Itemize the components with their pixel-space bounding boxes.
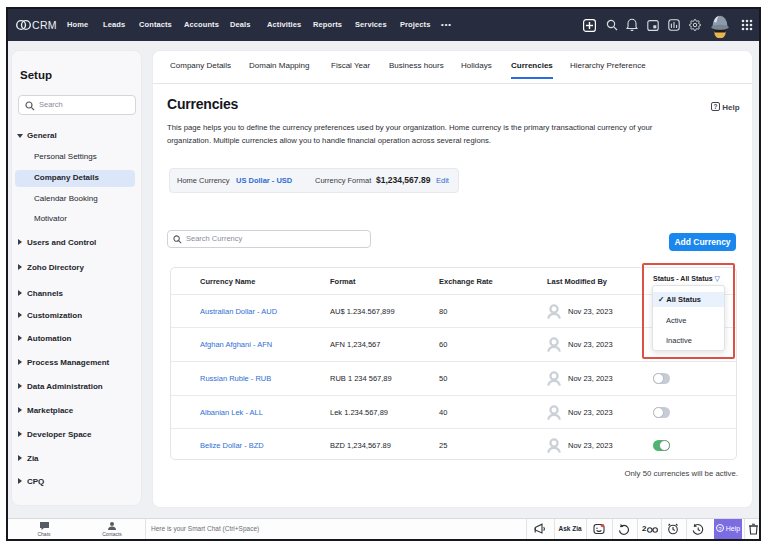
svg-text:?: ? xyxy=(714,103,718,110)
